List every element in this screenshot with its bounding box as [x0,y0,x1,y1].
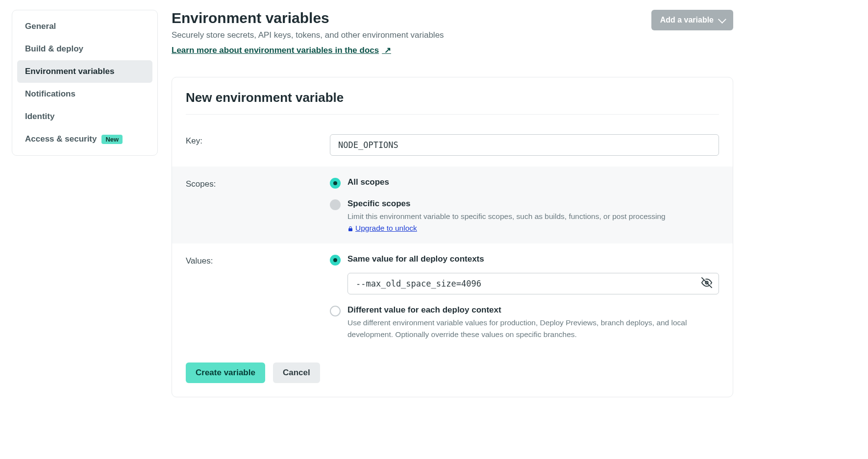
scope-specific-option[interactable]: Specific scopes Limit this environment v… [330,199,719,233]
sidebar-item-label: Access & security [25,134,97,144]
values-different-option[interactable]: Different value for each deploy context … [330,305,719,340]
learn-more-label: Learn more about environment variables i… [172,46,379,55]
main: Environment variables Securely store sec… [172,10,733,397]
page-header: Environment variables Securely store sec… [172,10,733,67]
sidebar-item-notifications[interactable]: Notifications [17,83,152,105]
sidebar-item-env-vars[interactable]: Environment variables [17,60,152,83]
scope-all-option[interactable]: All scopes [330,177,719,189]
sidebar-item-label: Environment variables [25,67,114,76]
lock-icon [347,226,353,232]
external-arrow-icon: ↗ [382,46,391,55]
new-variable-card: New environment variable Key: Scopes: Al… [172,77,733,397]
value-input[interactable] [347,273,719,294]
sidebar-item-label: Build & deploy [25,44,83,54]
values-different-title: Different value for each deploy context [347,305,719,315]
scope-all-title: All scopes [347,177,719,187]
scope-specific-title: Specific scopes [347,199,719,209]
sidebar-item-general[interactable]: General [17,15,152,38]
sidebar-item-label: Identity [25,112,54,121]
upgrade-link[interactable]: Upgrade to unlock [355,224,417,232]
key-row: Key: [172,123,733,167]
key-label: Key: [186,134,318,146]
scopes-label: Scopes: [186,177,318,189]
eye-off-icon[interactable] [701,277,712,290]
radio-checked-icon [330,178,341,189]
page-title: Environment variables [172,10,444,26]
values-label: Values: [186,254,318,266]
card-title: New environment variable [186,90,719,115]
new-badge: New [101,135,123,144]
cancel-button[interactable]: Cancel [273,362,320,383]
sidebar-item-label: General [25,22,56,31]
values-same-option[interactable]: Same value for all deploy contexts [330,254,719,266]
create-variable-button[interactable]: Create variable [186,362,265,383]
chevron-down-icon [718,15,726,24]
sidebar-item-label: Notifications [25,89,75,99]
values-different-desc: Use different environment variable value… [347,317,719,340]
sidebar-item-build-deploy[interactable]: Build & deploy [17,38,152,60]
radio-checked-icon [330,255,341,266]
card-actions: Create variable Cancel [172,351,733,397]
values-row: Values: Same value for all deploy contex… [172,243,733,351]
page-subtitle: Securely store secrets, API keys, tokens… [172,30,444,40]
sidebar: General Build & deploy Environment varia… [12,10,158,156]
radio-disabled-icon [330,199,341,210]
add-variable-label: Add a variable [660,16,714,24]
learn-more-link[interactable]: Learn more about environment variables i… [172,45,391,55]
radio-unchecked-icon [330,306,341,316]
scope-specific-desc: Limit this environment variable to speci… [347,211,719,222]
sidebar-item-access-security[interactable]: Access & security New [17,128,152,150]
key-input[interactable] [330,134,719,156]
sidebar-item-identity[interactable]: Identity [17,105,152,128]
add-variable-button[interactable]: Add a variable [651,10,733,30]
values-same-title: Same value for all deploy contexts [347,254,719,264]
scopes-row: Scopes: All scopes Specific scopes Limit… [172,167,733,243]
